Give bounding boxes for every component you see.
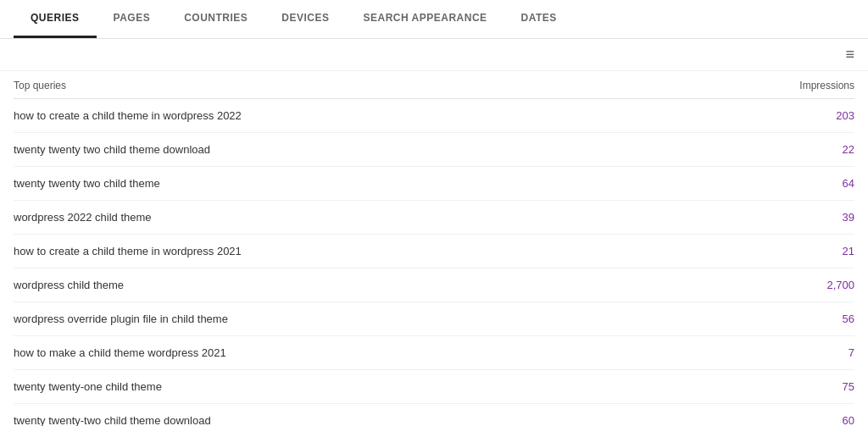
row-value: 56 xyxy=(843,313,854,325)
row-label: wordpress override plugin file in child … xyxy=(14,313,228,325)
table-row[interactable]: how to create a child theme in wordpress… xyxy=(14,235,854,268)
row-label: wordpress child theme xyxy=(14,279,124,291)
main-container: QUERIES PAGES COUNTRIES DEVICES SEARCH A… xyxy=(0,0,868,426)
table-row[interactable]: twenty twenty-one child theme75 xyxy=(14,370,854,404)
row-value: 21 xyxy=(843,245,854,257)
table-row[interactable]: wordpress child theme2,700 xyxy=(14,268,854,302)
tab-bar: QUERIES PAGES COUNTRIES DEVICES SEARCH A… xyxy=(0,0,868,39)
row-label: twenty twenty two child theme download xyxy=(14,143,210,156)
row-label: how to create a child theme in wordpress… xyxy=(14,245,242,257)
row-label: how to make a child theme wordpress 2021 xyxy=(14,346,226,359)
row-label: twenty twenty two child theme xyxy=(14,177,160,190)
table-row[interactable]: wordpress 2022 child theme39 xyxy=(14,201,854,235)
table-row[interactable]: wordpress override plugin file in child … xyxy=(14,302,854,336)
row-value: 7 xyxy=(849,346,854,359)
table-row[interactable]: how to create a child theme in wordpress… xyxy=(14,99,854,133)
row-value: 22 xyxy=(843,143,854,156)
tab-countries[interactable]: COUNTRIES xyxy=(167,0,264,38)
header-value: Impressions xyxy=(799,80,854,91)
filter-icon[interactable]: ≡ xyxy=(845,46,854,64)
row-value: 39 xyxy=(843,211,854,224)
tab-devices[interactable]: DEVICES xyxy=(264,0,346,38)
queries-table: Top queries Impressions how to create a … xyxy=(0,71,868,426)
row-label: wordpress 2022 child theme xyxy=(14,211,152,224)
table-body: how to create a child theme in wordpress… xyxy=(14,99,854,426)
row-value: 64 xyxy=(843,177,854,190)
row-value: 203 xyxy=(836,109,854,122)
row-value: 2,700 xyxy=(826,279,854,291)
tab-pages[interactable]: PAGES xyxy=(97,0,168,38)
row-label: twenty twenty-two child theme download xyxy=(14,414,211,426)
table-row[interactable]: twenty twenty two child theme64 xyxy=(14,167,854,201)
tab-dates[interactable]: DATES xyxy=(504,0,574,38)
tab-queries[interactable]: QUERIES xyxy=(14,0,97,38)
header-label: Top queries xyxy=(14,80,66,91)
row-value: 60 xyxy=(843,414,854,426)
toolbar: ≡ xyxy=(0,39,868,71)
row-value: 75 xyxy=(843,380,854,393)
table-row[interactable]: how to make a child theme wordpress 2021… xyxy=(14,336,854,370)
table-row[interactable]: twenty twenty-two child theme download60 xyxy=(14,404,854,426)
row-label: how to create a child theme in wordpress… xyxy=(14,109,242,122)
table-row[interactable]: twenty twenty two child theme download22 xyxy=(14,133,854,167)
table-header: Top queries Impressions xyxy=(14,71,854,99)
tab-search-appearance[interactable]: SEARCH APPEARANCE xyxy=(347,0,504,38)
row-label: twenty twenty-one child theme xyxy=(14,380,162,393)
